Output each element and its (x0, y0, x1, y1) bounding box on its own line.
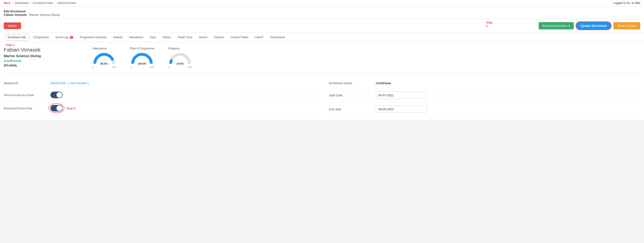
action-right: Step 2 Enrolment Actions ▾ Update Enrolm… (537, 21, 640, 30)
progress-scale: 0 100 (168, 66, 192, 69)
gauges-section: Attendance 88.6% 0 100 Time in Programme (88, 47, 640, 69)
event-log-badge: 1 (70, 36, 73, 39)
time-gauge-label: 100.0% (138, 62, 146, 65)
sep3: › (55, 1, 56, 5)
attendance-gauge-label: 88.6% (100, 62, 108, 65)
tab-programme-outcome[interactable]: Programme Outcome (76, 33, 110, 42)
tab-alumni[interactable]: Alumni (196, 33, 210, 42)
send-invoice-toggle[interactable] (50, 92, 62, 98)
fees-free-step3-wrap: Step 3 (50, 105, 76, 111)
start-date-label: Start Date (329, 93, 371, 97)
student-course-line: Fabian Vonasek - Marine Science Diving (4, 13, 640, 16)
logged-in-label: Logged In As: Jo Wiki (614, 1, 640, 5)
edit-enrolment-link: Edit Enrolment (58, 1, 76, 5)
fees-free-label: Enrolment Fees Free (4, 107, 46, 110)
enrolment-status-value: Confirmed (376, 81, 391, 85)
header-student-name: Fabian Vonasek (4, 13, 26, 16)
end-date-label: End date (329, 107, 371, 111)
content-top: Fabian Vonasek Marine Science Diving Con… (4, 47, 640, 69)
update-enrolment-button[interactable]: Update Enrolment (576, 21, 612, 30)
tab-public-trust[interactable]: Public Trust (174, 33, 196, 42)
start-date-row: Start Date (329, 88, 640, 102)
sep2: › (30, 1, 31, 5)
enrolment-index-link[interactable]: Enrolment Index (33, 1, 53, 5)
header-course-name: - Marine Science Diving (28, 13, 60, 16)
time-scale-min: 0 (130, 66, 132, 69)
fees-free-toggle-wrap: Step 3 (50, 105, 76, 111)
step3-label: Step 3 (66, 107, 76, 110)
tab-placements[interactable]: Placements (267, 33, 288, 42)
start-date-value (376, 92, 427, 99)
progress-gauge-title: Progress (168, 47, 180, 50)
time-scale-max: 100 (150, 66, 154, 69)
student-name: Fabian Vonasek (4, 47, 78, 53)
tab-custom-fields[interactable]: Custom Fields (227, 33, 252, 42)
attendance-scale-min: 0 (92, 66, 94, 69)
send-invoice-toggle-wrap (50, 92, 62, 98)
sep1: › (12, 1, 13, 5)
tab-event-log[interactable]: Event Log 1 (52, 33, 76, 42)
tab-lnaat[interactable]: LNAAT (252, 33, 267, 42)
fees-free-row: Enrolment Fees Free Step 3 (4, 102, 322, 115)
details-grid: Student ID 564001099 ( view Student ) Se… (4, 78, 640, 116)
fees-free-knob (56, 105, 62, 111)
student-id-label: Student ID (4, 81, 46, 85)
attendance-gauge-title: Attendance (92, 47, 107, 50)
student-id-link[interactable]: 564001099 (50, 81, 66, 85)
enrolment-actions-button[interactable]: Enrolment Actions ▾ (539, 22, 574, 29)
back-link[interactable]: Back (4, 1, 10, 5)
end-date-input[interactable] (376, 106, 427, 113)
fees-free-toggle[interactable] (50, 105, 62, 111)
enrolment-status-label: Enrolment Status (329, 81, 371, 85)
end-date-row: End date (329, 102, 640, 116)
attendance-gauge: Attendance 88.6% 0 100 (92, 47, 116, 69)
time-in-programme-gauge: Time in Programme 100.0% 0 100 (130, 47, 154, 69)
student-id-value: 564001099 ( view Student ) (50, 81, 89, 85)
dashboard-link[interactable]: Dashboard (15, 1, 28, 5)
top-nav: Back › Dashboard › Enrolment Index › Edi… (0, 0, 644, 6)
action-bar: Delete Step 2 Enrolment Actions ▾ Update… (0, 19, 644, 33)
progress-scale-min: 0 (168, 66, 170, 69)
attendance-scale-max: 100 (112, 66, 116, 69)
details-left: Student ID 564001099 ( view Student ) Se… (4, 78, 322, 116)
tab-enrolment-info[interactable]: Enrolment Info (5, 34, 29, 40)
tab-classes[interactable]: Classes (210, 33, 227, 42)
tab-awards[interactable]: Awards (110, 33, 126, 42)
time-scale: 0 100 (130, 66, 154, 69)
student-info: Fabian Vonasek Marine Science Diving Con… (4, 47, 78, 69)
enrolment-status-row: Enrolment Status Confirmed (329, 78, 640, 88)
student-status: Confirmed (4, 59, 78, 63)
start-date-input[interactable] (376, 92, 427, 99)
back-to-index-button[interactable]: Back to Index (614, 22, 640, 29)
student-code: (PC4444) (4, 64, 78, 67)
send-invoice-knob (56, 92, 62, 98)
tabs-bar: Enrolment Info Step 1 Components Event L… (0, 33, 644, 42)
view-student-link[interactable]: ( view Student ) (68, 81, 89, 85)
tab-orders[interactable]: Orders (159, 33, 174, 42)
breadcrumb: Back › Dashboard › Enrolment Index › Edi… (4, 1, 76, 5)
attendance-scale: 0 100 (92, 66, 116, 69)
main-content: Fabian Vonasek Marine Science Diving Con… (0, 42, 644, 120)
tab-fees[interactable]: Fees (146, 33, 159, 42)
tab-attendance[interactable]: Attendance (126, 33, 147, 42)
page-header: Edit Enrolment: Fabian Vonasek - Marine … (0, 6, 644, 19)
send-invoice-label: Send Invoice by Email (4, 93, 46, 97)
send-invoice-row: Send Invoice by Email (4, 88, 322, 102)
progress-gauge-label: 14.5% (176, 62, 184, 65)
tab-components[interactable]: Components (30, 33, 52, 42)
student-id-row: Student ID 564001099 ( view Student ) (4, 78, 322, 88)
end-date-value (376, 106, 427, 113)
step1-container: Enrolment Info Step 1 (4, 33, 30, 42)
time-gauge-title: Time in Programme (130, 47, 154, 50)
enrolment-actions-label: Enrolment Actions (542, 24, 567, 27)
details-right: Enrolment Status Confirmed Start Date En… (322, 78, 640, 116)
progress-gauge: Progress 14.5% 0 100 (168, 47, 192, 69)
edit-enrolment-title: Edit Enrolment: (4, 9, 640, 13)
step1-label: Step 1 (6, 43, 15, 47)
delete-button[interactable]: Delete (4, 22, 21, 29)
progress-scale-max: 100 (188, 66, 192, 69)
step2-label: Step 2 (486, 21, 492, 28)
student-course: Marine Science Diving (4, 54, 78, 58)
dropdown-arrow-icon: ▾ (568, 24, 570, 27)
divider (4, 73, 640, 73)
